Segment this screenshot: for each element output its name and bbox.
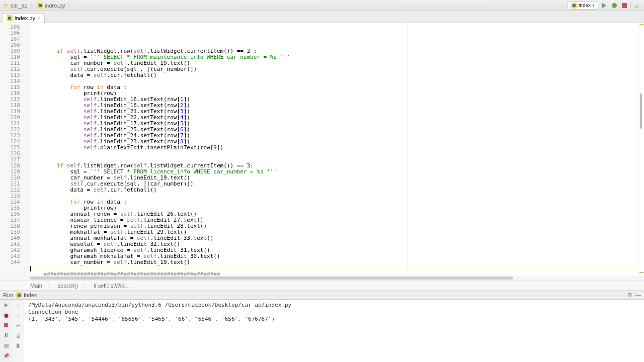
stop-run-button[interactable] [3, 322, 10, 329]
line-numbers: 1051061071081091101111121131141151161171… [0, 23, 25, 276]
code-area[interactable]: if self.listWidget.row(self.listWidget.c… [30, 23, 638, 276]
code-line[interactable]: data = self.cur.fetchall() [30, 187, 638, 193]
navigation-bar: car_ap 〉 index.py 〉 index ▾ ⌕ [0, 0, 644, 11]
crumb-method[interactable]: search() [58, 283, 78, 289]
stop-button[interactable] [620, 2, 628, 10]
search-button[interactable]: ⌕ [633, 2, 641, 10]
pin-button[interactable]: 📌 [3, 352, 10, 359]
python-icon [16, 292, 22, 298]
right-margin-line [408, 23, 408, 276]
code-line[interactable]: data = self.cur.fetchall() [30, 72, 638, 78]
run-toolbar-left: 🐞 ▤ 📌 [0, 300, 12, 362]
fold-column[interactable] [25, 23, 30, 276]
editor-tabs: index.py × [0, 11, 644, 23]
warning-marker[interactable] [639, 24, 643, 25]
change-marker[interactable] [639, 272, 643, 273]
run-toolbar-right: ↑ ↓ ↩ 🖨 🗑 [12, 300, 24, 362]
breadcrumb-project[interactable]: car_ap [3, 3, 28, 9]
code-line[interactable]: for row in data : [30, 84, 638, 90]
run-tool-window-header[interactable]: Run index ⚙ — [0, 291, 644, 300]
separator [630, 2, 631, 9]
chevron-right-icon: 〉 [47, 282, 53, 290]
print-button[interactable]: 🖨 [15, 332, 22, 339]
rerun-button[interactable] [3, 302, 10, 309]
breadcrumb: car_ap 〉 index.py 〉 [3, 2, 73, 9]
pause-button[interactable] [3, 332, 10, 339]
editor: 1051061071081091101111121131141151161171… [0, 23, 644, 276]
down-button[interactable]: ↓ [15, 312, 22, 319]
minimize-icon[interactable]: — [635, 292, 641, 298]
python-file-icon [37, 3, 43, 9]
play-icon [602, 3, 606, 8]
horizontal-scrollbar[interactable] [0, 276, 644, 281]
python-icon [571, 3, 577, 9]
code-line[interactable]: for row in data : [30, 199, 638, 205]
folder-icon [3, 3, 9, 9]
chevron-down-icon: ▾ [592, 3, 595, 8]
crumb-block[interactable]: if self.listWid… [94, 283, 130, 289]
tab-label: index.py [15, 15, 35, 21]
run-tool-window: 🐞 ▤ 📌 ↑ ↓ ↩ 🖨 🗑 /MyData/Anaconda/anacond… [0, 300, 644, 362]
debug-button[interactable] [610, 2, 618, 10]
gear-icon[interactable]: ⚙ [627, 292, 632, 298]
breadcrumb-file[interactable]: index.py [37, 3, 65, 9]
structure-breadcrumb: Main 〉 search() 〉 if self.listWid… [0, 281, 644, 291]
play-icon [5, 303, 8, 307]
chevron-right-icon: 〉 [67, 2, 73, 9]
error-stripe[interactable] [638, 23, 644, 276]
tab-index-py[interactable]: index.py × [2, 13, 45, 23]
code-line[interactable]: ########################################… [30, 272, 638, 276]
scrollbar-thumb[interactable] [30, 277, 513, 280]
run-label: Run [3, 292, 13, 298]
code-line[interactable] [30, 151, 638, 157]
up-button[interactable]: ↑ [15, 302, 22, 309]
code-line[interactable]: self.plainTextEdit.insertPlainText(row[9… [30, 145, 638, 151]
debug-button[interactable]: 🐞 [3, 312, 10, 319]
layout-button[interactable]: ▤ [3, 342, 10, 349]
chevron-right-icon: 〉 [83, 282, 89, 290]
stop-icon [622, 3, 627, 8]
console-output[interactable]: /MyData/Anaconda/anaconda3/bin/python3.6… [24, 300, 644, 362]
code-line[interactable]: car_number = self.lineEdit_19.text() [30, 259, 638, 265]
run-configuration-selector[interactable]: index ▾ [568, 2, 598, 10]
bug-icon [612, 3, 617, 8]
run-button[interactable] [600, 2, 608, 10]
run-config-name: index [24, 292, 37, 298]
clear-button[interactable]: 🗑 [15, 342, 22, 349]
chevron-right-icon: 〉 [30, 2, 35, 9]
crumb-class[interactable]: Main [30, 283, 42, 289]
wrap-button[interactable]: ↩ [15, 322, 22, 329]
scrollbar-thumb[interactable] [640, 94, 642, 129]
close-icon[interactable]: × [37, 16, 40, 21]
stop-icon [4, 323, 8, 327]
python-file-icon [7, 15, 13, 21]
